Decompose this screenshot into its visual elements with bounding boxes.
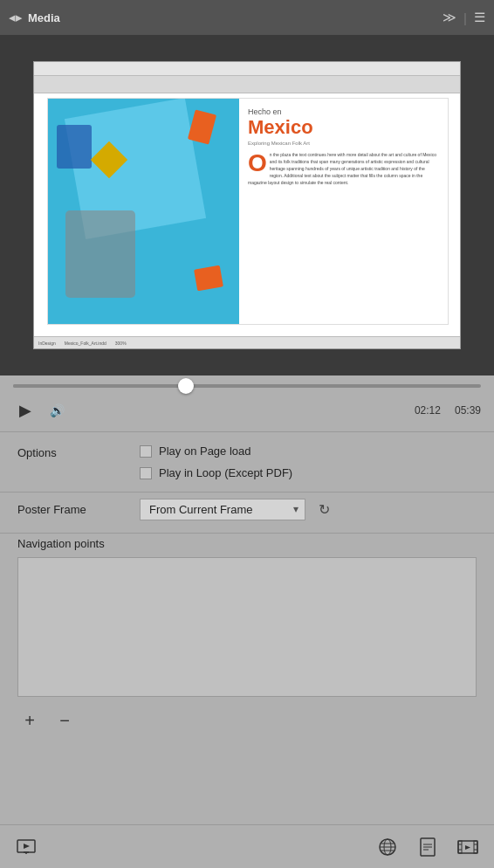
add-remove-row: + − [0, 704, 494, 739]
refresh-button[interactable]: ↻ [312, 498, 335, 520]
preview-button[interactable] [13, 834, 39, 860]
play-in-loop-row: Play in Loop (Except PDF) [140, 466, 292, 479]
globe-icon [378, 837, 397, 857]
add-button[interactable]: + [17, 711, 42, 730]
progress-bar-container[interactable] [0, 375, 494, 393]
add-icon: + [24, 712, 35, 729]
poster-frame-select-wrapper: From Current Frame None Standard [140, 499, 305, 520]
options-label: Options [17, 444, 140, 459]
time-total: 05:39 [455, 404, 481, 417]
poster-frame-label: Poster Frame [17, 503, 140, 516]
remove-icon: − [59, 712, 70, 729]
poster-frame-select[interactable]: From Current Frame None Standard [140, 499, 305, 520]
pdf-icon [419, 837, 436, 857]
mag-right: Hecho en Mexico Exploring Mexican Folk A… [239, 99, 448, 324]
progress-bar-fill [13, 384, 186, 388]
screenshot-sim: Hecho en Mexico Exploring Mexican Folk A… [33, 61, 461, 349]
pdf-button[interactable] [415, 834, 441, 860]
panel-title: Media [28, 11, 60, 24]
navigation-points-label: Navigation points [17, 537, 477, 550]
play-button[interactable]: ▶ [13, 398, 38, 423]
options-section: Options Play on Page load Play in Loop (… [0, 432, 494, 492]
video-inner: Hecho en Mexico Exploring Mexican Folk A… [0, 35, 494, 375]
checkboxes-col: Play on Page load Play in Loop (Except P… [140, 444, 292, 479]
controls-row: ▶ 🔊 02:12 05:39 [0, 393, 494, 431]
progress-bar-thumb[interactable] [178, 378, 194, 394]
bottom-left-icons [13, 834, 39, 860]
playback-area: ▶ 🔊 02:12 05:39 [0, 375, 494, 431]
preview-screen-icon [17, 839, 36, 855]
poster-controls: From Current Frame None Standard ↻ [140, 498, 335, 520]
navigation-points-box [17, 557, 477, 697]
header-left: ◂▸ Media [9, 10, 60, 25]
ss-content: Hecho en Mexico Exploring Mexican Folk A… [34, 93, 460, 336]
bottom-right-icons [374, 834, 481, 860]
magazine-spread: Hecho en Mexico Exploring Mexican Folk A… [47, 98, 449, 325]
globe-button[interactable] [374, 834, 401, 860]
bottom-toolbar [0, 824, 494, 868]
poster-section: Poster Frame From Current Frame None Sta… [0, 493, 494, 533]
menu-icon[interactable]: ☰ [474, 10, 485, 25]
play-on-page-load-label: Play on Page load [159, 444, 251, 458]
ss-topbar [34, 62, 460, 76]
refresh-icon: ↻ [319, 501, 330, 518]
remove-button[interactable]: − [52, 711, 77, 730]
svg-marker-3 [24, 844, 30, 849]
video-preview: Hecho en Mexico Exploring Mexican Folk A… [0, 35, 494, 375]
ss-toolbar [34, 76, 460, 93]
panel-header: ◂▸ Media ≫ | ☰ [0, 0, 494, 35]
progress-bar-track[interactable] [13, 384, 481, 388]
expand-icon[interactable]: ≫ [443, 10, 456, 25]
mag-left [48, 99, 239, 324]
play-on-page-load-row: Play on Page load [140, 444, 292, 458]
film-icon [457, 838, 478, 856]
svg-marker-20 [465, 845, 470, 850]
film-button[interactable] [455, 834, 481, 860]
play-icon: ▶ [19, 401, 31, 420]
play-in-loop-checkbox[interactable] [140, 467, 152, 479]
play-on-page-load-checkbox[interactable] [140, 445, 152, 458]
controls-right: 02:12 05:39 [415, 404, 481, 417]
ss-bottombar: InDesign Mexico_Folk_Art.indd 300% [34, 336, 460, 348]
header-right: ≫ | ☰ [443, 10, 485, 25]
play-in-loop-label: Play in Loop (Except PDF) [159, 466, 292, 479]
time-current: 02:12 [415, 404, 441, 417]
collapse-icon[interactable]: ◂▸ [9, 10, 23, 25]
controls-left: ▶ 🔊 [13, 398, 65, 423]
divider-icon: | [463, 10, 467, 25]
volume-icon[interactable]: 🔊 [50, 403, 65, 417]
navigation-points-section: Navigation points [0, 534, 494, 704]
